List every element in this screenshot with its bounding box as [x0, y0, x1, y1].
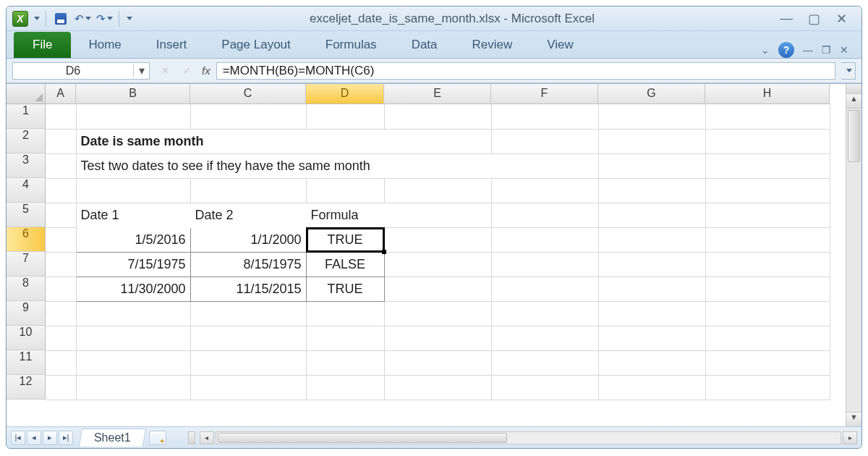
tab-formulas[interactable]: Formulas	[308, 32, 394, 58]
enter-formula-icon[interactable]: ✓	[177, 63, 196, 79]
maximize-button[interactable]: ▢	[807, 12, 821, 26]
row-header-12[interactable]: 12	[7, 375, 46, 400]
cell-d6-value: TRUE	[328, 232, 363, 247]
formula-text: =MONTH(B6)=MONTH(C6)	[223, 64, 375, 78]
row-header-11[interactable]: 11	[7, 350, 46, 375]
titlebar: X ↶ ↷ exceljet_date_is_same_month.xlsx -…	[7, 7, 861, 31]
cells: Date is same month Test two dates to see…	[46, 104, 830, 400]
undo-button[interactable]: ↶	[74, 10, 91, 28]
tab-home[interactable]: Home	[71, 32, 138, 58]
row-header-4[interactable]: 4	[7, 178, 46, 203]
minimize-button[interactable]: —	[779, 12, 793, 26]
row-header-1[interactable]: 1	[7, 104, 46, 129]
fx-icon[interactable]: fx	[202, 64, 210, 77]
col-header-f[interactable]: F	[491, 84, 598, 104]
table-header-date2[interactable]: Date 2	[190, 203, 306, 227]
cell-d7[interactable]: FALSE	[306, 252, 384, 276]
horizontal-scrollbar[interactable]: ◂ ▸	[188, 431, 857, 444]
workbook-minimize-icon[interactable]: —	[803, 44, 813, 56]
app-menu-caret-icon[interactable]	[34, 17, 40, 20]
quick-access-toolbar: X ↶ ↷	[7, 10, 138, 28]
row-header-2[interactable]: 2	[7, 129, 46, 153]
horizontal-scroll-thumb[interactable]	[218, 433, 507, 443]
tab-page-layout[interactable]: Page Layout	[204, 32, 307, 58]
close-button[interactable]: ✕	[834, 12, 848, 26]
sheet-tab-label: Sheet1	[94, 431, 131, 444]
window-controls: — ▢ ✕	[766, 12, 861, 26]
name-box-dropdown-icon[interactable]: ▾	[133, 64, 149, 77]
workbook-close-icon[interactable]: ✕	[840, 44, 848, 56]
column-headers: A B C D E F G H	[46, 84, 830, 104]
workbook-restore-icon[interactable]: ❐	[822, 44, 831, 56]
tab-split-handle[interactable]	[188, 431, 195, 444]
row-header-9[interactable]: 9	[7, 301, 46, 326]
tab-view[interactable]: View	[529, 32, 591, 58]
row-header-6[interactable]: 6	[7, 227, 46, 252]
formula-input[interactable]: =MONTH(B6)=MONTH(C6)	[216, 62, 835, 80]
sheet-tab-bar: |◂ ◂ ▸ ▸| Sheet1 ◂ ▸	[7, 426, 861, 448]
name-box[interactable]: D6 ▾	[12, 62, 150, 80]
save-button[interactable]	[52, 10, 69, 28]
cell-d8[interactable]: TRUE	[306, 276, 384, 301]
scroll-down-icon[interactable]: ▼	[846, 412, 861, 426]
select-all-button[interactable]	[7, 84, 46, 104]
window-title: exceljet_date_is_same_month.xlsx - Micro…	[138, 12, 766, 26]
redo-button[interactable]: ↷	[95, 10, 113, 28]
row-headers: 1 2 3 4 5 6 7 8 9 10 11 12	[7, 104, 46, 400]
row-header-8[interactable]: 8	[7, 276, 46, 301]
save-disk-icon	[55, 13, 67, 25]
cell-c6[interactable]: 1/1/2000	[190, 227, 306, 252]
help-button[interactable]: ?	[778, 42, 794, 58]
col-header-g[interactable]: G	[598, 84, 705, 104]
new-sheet-button[interactable]	[149, 431, 166, 445]
scroll-up-icon[interactable]: ▲	[846, 94, 861, 109]
cell-b7[interactable]: 7/15/1975	[76, 252, 190, 276]
excel-app-icon[interactable]: X	[12, 11, 28, 27]
cell-b8[interactable]: 11/30/2000	[76, 276, 190, 301]
fill-handle[interactable]	[382, 250, 386, 254]
name-box-value: D6	[13, 64, 133, 77]
vertical-scroll-thumb[interactable]	[848, 110, 860, 162]
ribbon-minimize-icon[interactable]: ⌄	[761, 44, 770, 56]
col-header-h[interactable]: H	[705, 84, 830, 104]
next-sheet-button[interactable]: ▸	[43, 431, 57, 445]
col-header-b[interactable]: B	[76, 84, 190, 104]
undo-icon: ↶	[75, 12, 84, 25]
col-header-d[interactable]: D	[306, 84, 384, 104]
col-header-c[interactable]: C	[190, 84, 306, 104]
formula-bar: D6 ▾ ✕ ✓ fx =MONTH(B6)=MONTH(C6)	[7, 59, 861, 83]
row-header-7[interactable]: 7	[7, 252, 46, 276]
worksheet-grid[interactable]: A B C D E F G H 1 2 3 4 5 6	[7, 83, 861, 426]
formula-bar-expand-icon[interactable]	[841, 62, 856, 80]
vertical-scrollbar[interactable]: ▲ ▼	[846, 84, 861, 426]
row-header-10[interactable]: 10	[7, 326, 46, 350]
table-header-formula[interactable]: Formula	[306, 203, 384, 227]
col-header-e[interactable]: E	[384, 84, 491, 104]
col-header-a[interactable]: A	[46, 84, 76, 104]
qat-customize-icon[interactable]	[127, 17, 132, 20]
sheet-title[interactable]: Date is same month	[76, 129, 491, 153]
cell-d6[interactable]: TRUE	[306, 227, 384, 252]
scroll-right-icon[interactable]: ▸	[843, 431, 857, 444]
sheet-subtitle[interactable]: Test two dates to see if they have the s…	[76, 153, 598, 178]
cancel-formula-icon[interactable]: ✕	[156, 63, 174, 79]
sheet-tab-active[interactable]: Sheet1	[79, 428, 146, 447]
ribbon-tabs: File Home Insert Page Layout Formulas Da…	[7, 31, 861, 59]
row-header-3[interactable]: 3	[7, 153, 46, 178]
tab-review[interactable]: Review	[455, 32, 530, 58]
cell-c7[interactable]: 8/15/1975	[190, 252, 306, 276]
excel-window: X ↶ ↷ exceljet_date_is_same_month.xlsx -…	[6, 6, 862, 449]
prev-sheet-button[interactable]: ◂	[27, 431, 41, 445]
table-header-date1[interactable]: Date 1	[76, 203, 190, 227]
vertical-split-handle[interactable]	[846, 84, 861, 94]
redo-icon: ↷	[96, 12, 106, 25]
row-header-5[interactable]: 5	[7, 203, 46, 227]
scroll-left-icon[interactable]: ◂	[200, 431, 214, 444]
tab-data[interactable]: Data	[394, 32, 455, 58]
last-sheet-button[interactable]: ▸|	[59, 431, 73, 445]
tab-file[interactable]: File	[14, 32, 71, 58]
cell-c8[interactable]: 11/15/2015	[190, 276, 306, 301]
cell-b6[interactable]: 1/5/2016	[76, 227, 190, 252]
tab-insert[interactable]: Insert	[139, 32, 205, 58]
first-sheet-button[interactable]: |◂	[11, 431, 25, 445]
